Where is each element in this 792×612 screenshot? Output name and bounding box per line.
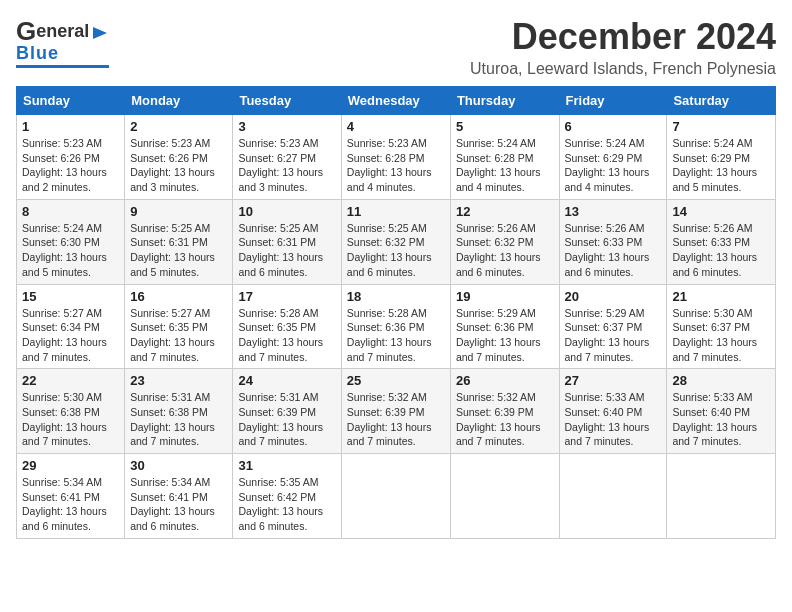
day-info: Sunrise: 5:34 AMSunset: 6:41 PMDaylight:…: [130, 476, 215, 532]
day-info: Sunrise: 5:35 AMSunset: 6:42 PMDaylight:…: [238, 476, 323, 532]
calendar-cell: 1 Sunrise: 5:23 AMSunset: 6:26 PMDayligh…: [17, 115, 125, 200]
calendar-cell: 14 Sunrise: 5:26 AMSunset: 6:33 PMDaylig…: [667, 199, 776, 284]
week-row-1: 1 Sunrise: 5:23 AMSunset: 6:26 PMDayligh…: [17, 115, 776, 200]
day-number: 14: [672, 204, 770, 219]
day-number: 30: [130, 458, 227, 473]
calendar-cell: 18 Sunrise: 5:28 AMSunset: 6:36 PMDaylig…: [341, 284, 450, 369]
calendar-cell: [450, 454, 559, 539]
calendar-cell: 23 Sunrise: 5:31 AMSunset: 6:38 PMDaylig…: [125, 369, 233, 454]
day-info: Sunrise: 5:33 AMSunset: 6:40 PMDaylight:…: [565, 391, 650, 447]
day-number: 9: [130, 204, 227, 219]
calendar-cell: 8 Sunrise: 5:24 AMSunset: 6:30 PMDayligh…: [17, 199, 125, 284]
calendar-cell: 5 Sunrise: 5:24 AMSunset: 6:28 PMDayligh…: [450, 115, 559, 200]
day-info: Sunrise: 5:29 AMSunset: 6:37 PMDaylight:…: [565, 307, 650, 363]
day-number: 17: [238, 289, 335, 304]
weekday-header-monday: Monday: [125, 87, 233, 115]
day-info: Sunrise: 5:28 AMSunset: 6:36 PMDaylight:…: [347, 307, 432, 363]
header: G eneral Blue December 2024 Uturoa, Leew…: [16, 16, 776, 78]
day-number: 2: [130, 119, 227, 134]
weekday-header-friday: Friday: [559, 87, 667, 115]
day-info: Sunrise: 5:29 AMSunset: 6:36 PMDaylight:…: [456, 307, 541, 363]
day-info: Sunrise: 5:23 AMSunset: 6:26 PMDaylight:…: [22, 137, 107, 193]
month-title: December 2024: [470, 16, 776, 58]
day-info: Sunrise: 5:27 AMSunset: 6:34 PMDaylight:…: [22, 307, 107, 363]
day-number: 5: [456, 119, 554, 134]
title-area: December 2024 Uturoa, Leeward Islands, F…: [470, 16, 776, 78]
day-number: 19: [456, 289, 554, 304]
week-row-2: 8 Sunrise: 5:24 AMSunset: 6:30 PMDayligh…: [17, 199, 776, 284]
calendar-cell: 28 Sunrise: 5:33 AMSunset: 6:40 PMDaylig…: [667, 369, 776, 454]
day-number: 8: [22, 204, 119, 219]
day-number: 24: [238, 373, 335, 388]
calendar-cell: 2 Sunrise: 5:23 AMSunset: 6:26 PMDayligh…: [125, 115, 233, 200]
day-info: Sunrise: 5:31 AMSunset: 6:38 PMDaylight:…: [130, 391, 215, 447]
day-number: 13: [565, 204, 662, 219]
calendar-cell: [341, 454, 450, 539]
calendar-cell: 3 Sunrise: 5:23 AMSunset: 6:27 PMDayligh…: [233, 115, 341, 200]
logo-eneral: eneral: [36, 21, 89, 42]
weekday-header-tuesday: Tuesday: [233, 87, 341, 115]
calendar-cell: 9 Sunrise: 5:25 AMSunset: 6:31 PMDayligh…: [125, 199, 233, 284]
day-number: 29: [22, 458, 119, 473]
day-info: Sunrise: 5:27 AMSunset: 6:35 PMDaylight:…: [130, 307, 215, 363]
calendar-cell: 29 Sunrise: 5:34 AMSunset: 6:41 PMDaylig…: [17, 454, 125, 539]
calendar-cell: 24 Sunrise: 5:31 AMSunset: 6:39 PMDaylig…: [233, 369, 341, 454]
calendar-cell: 26 Sunrise: 5:32 AMSunset: 6:39 PMDaylig…: [450, 369, 559, 454]
day-info: Sunrise: 5:26 AMSunset: 6:33 PMDaylight:…: [565, 222, 650, 278]
day-info: Sunrise: 5:25 AMSunset: 6:31 PMDaylight:…: [130, 222, 215, 278]
calendar-cell: 19 Sunrise: 5:29 AMSunset: 6:36 PMDaylig…: [450, 284, 559, 369]
calendar-cell: 20 Sunrise: 5:29 AMSunset: 6:37 PMDaylig…: [559, 284, 667, 369]
day-number: 16: [130, 289, 227, 304]
calendar-cell: 31 Sunrise: 5:35 AMSunset: 6:42 PMDaylig…: [233, 454, 341, 539]
day-info: Sunrise: 5:23 AMSunset: 6:28 PMDaylight:…: [347, 137, 432, 193]
calendar-cell: 25 Sunrise: 5:32 AMSunset: 6:39 PMDaylig…: [341, 369, 450, 454]
day-info: Sunrise: 5:25 AMSunset: 6:31 PMDaylight:…: [238, 222, 323, 278]
calendar-body: 1 Sunrise: 5:23 AMSunset: 6:26 PMDayligh…: [17, 115, 776, 539]
day-number: 26: [456, 373, 554, 388]
calendar-cell: 17 Sunrise: 5:28 AMSunset: 6:35 PMDaylig…: [233, 284, 341, 369]
calendar-cell: 11 Sunrise: 5:25 AMSunset: 6:32 PMDaylig…: [341, 199, 450, 284]
day-number: 20: [565, 289, 662, 304]
day-number: 1: [22, 119, 119, 134]
day-number: 4: [347, 119, 445, 134]
calendar: SundayMondayTuesdayWednesdayThursdayFrid…: [16, 86, 776, 539]
calendar-cell: 22 Sunrise: 5:30 AMSunset: 6:38 PMDaylig…: [17, 369, 125, 454]
day-info: Sunrise: 5:24 AMSunset: 6:28 PMDaylight:…: [456, 137, 541, 193]
calendar-cell: 10 Sunrise: 5:25 AMSunset: 6:31 PMDaylig…: [233, 199, 341, 284]
day-info: Sunrise: 5:26 AMSunset: 6:32 PMDaylight:…: [456, 222, 541, 278]
calendar-cell: 7 Sunrise: 5:24 AMSunset: 6:29 PMDayligh…: [667, 115, 776, 200]
calendar-cell: 15 Sunrise: 5:27 AMSunset: 6:34 PMDaylig…: [17, 284, 125, 369]
weekday-header-row: SundayMondayTuesdayWednesdayThursdayFrid…: [17, 87, 776, 115]
day-number: 11: [347, 204, 445, 219]
day-number: 27: [565, 373, 662, 388]
logo-blue-bar: [16, 65, 109, 68]
day-number: 6: [565, 119, 662, 134]
location-title: Uturoa, Leeward Islands, French Polynesi…: [470, 60, 776, 78]
day-number: 7: [672, 119, 770, 134]
day-number: 21: [672, 289, 770, 304]
day-info: Sunrise: 5:24 AMSunset: 6:30 PMDaylight:…: [22, 222, 107, 278]
day-info: Sunrise: 5:33 AMSunset: 6:40 PMDaylight:…: [672, 391, 757, 447]
calendar-cell: 21 Sunrise: 5:30 AMSunset: 6:37 PMDaylig…: [667, 284, 776, 369]
day-number: 28: [672, 373, 770, 388]
day-number: 10: [238, 204, 335, 219]
weekday-header-saturday: Saturday: [667, 87, 776, 115]
weekday-header-wednesday: Wednesday: [341, 87, 450, 115]
day-number: 15: [22, 289, 119, 304]
calendar-cell: 4 Sunrise: 5:23 AMSunset: 6:28 PMDayligh…: [341, 115, 450, 200]
day-number: 12: [456, 204, 554, 219]
day-info: Sunrise: 5:30 AMSunset: 6:38 PMDaylight:…: [22, 391, 107, 447]
day-number: 3: [238, 119, 335, 134]
day-info: Sunrise: 5:24 AMSunset: 6:29 PMDaylight:…: [565, 137, 650, 193]
calendar-cell: 27 Sunrise: 5:33 AMSunset: 6:40 PMDaylig…: [559, 369, 667, 454]
weekday-header-sunday: Sunday: [17, 87, 125, 115]
day-number: 18: [347, 289, 445, 304]
day-info: Sunrise: 5:23 AMSunset: 6:27 PMDaylight:…: [238, 137, 323, 193]
day-number: 25: [347, 373, 445, 388]
day-number: 22: [22, 373, 119, 388]
day-number: 23: [130, 373, 227, 388]
svg-marker-0: [93, 27, 107, 39]
day-info: Sunrise: 5:32 AMSunset: 6:39 PMDaylight:…: [347, 391, 432, 447]
week-row-3: 15 Sunrise: 5:27 AMSunset: 6:34 PMDaylig…: [17, 284, 776, 369]
day-info: Sunrise: 5:23 AMSunset: 6:26 PMDaylight:…: [130, 137, 215, 193]
